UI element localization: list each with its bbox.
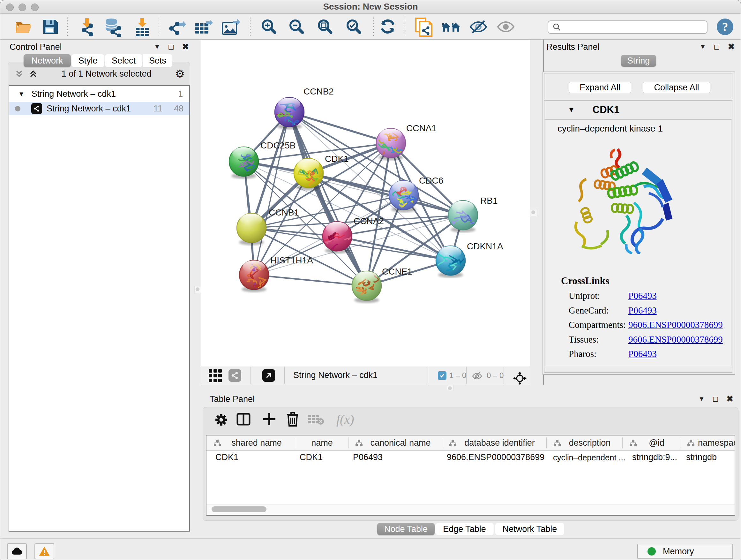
svg-text:HIST1H1A: HIST1H1A — [270, 255, 313, 265]
svg-text:CDK1: CDK1 — [325, 154, 349, 164]
svg-text:RB1: RB1 — [480, 196, 497, 206]
svg-text:CCNE1: CCNE1 — [382, 266, 412, 276]
svg-text:CCNA2: CCNA2 — [354, 216, 384, 226]
svg-text:CCNA1: CCNA1 — [406, 123, 436, 133]
svg-text:CDC6: CDC6 — [419, 176, 443, 186]
svg-text:CCNB2: CCNB2 — [304, 86, 334, 97]
svg-text:CDKN1A: CDKN1A — [467, 241, 503, 251]
svg-text:CDC25B: CDC25B — [260, 140, 295, 150]
svg-text:CCNB1: CCNB1 — [269, 207, 299, 217]
